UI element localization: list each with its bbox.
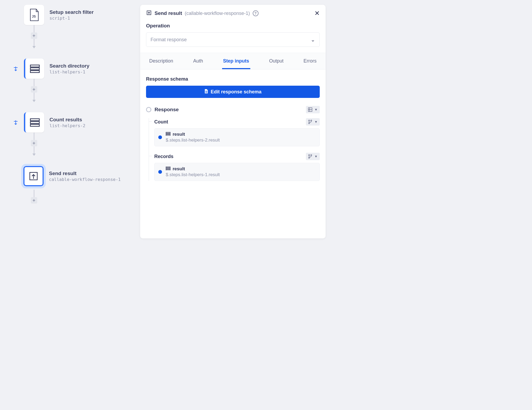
add-step-button[interactable]: +	[31, 86, 37, 93]
tab-step-inputs[interactable]: Step inputs	[222, 56, 250, 69]
svg-point-12	[309, 120, 310, 121]
connector: +	[34, 132, 34, 156]
response-type-selector[interactable]: ▼	[306, 106, 320, 113]
upload-response-icon	[28, 170, 39, 183]
help-icon[interactable]: ?	[253, 10, 259, 16]
operation-select[interactable]: Format response ⌄	[146, 32, 320, 47]
field-type-selector[interactable]: ▼	[306, 118, 320, 126]
caret-down-icon: ▼	[314, 120, 318, 124]
tab-auth[interactable]: Auth	[192, 56, 204, 69]
svg-rect-5	[30, 122, 39, 123]
tabs-bar: Description Auth Step inputs Output Erro…	[140, 53, 326, 69]
node-text: Send result callable-workflow-response-1	[49, 171, 121, 182]
list-icon	[30, 116, 40, 129]
svg-text:JS: JS	[32, 15, 36, 18]
connected-dot-icon	[158, 170, 162, 174]
panel-subtitle: (callable-workflow-response-1)	[185, 11, 250, 16]
add-step-button[interactable]: +	[31, 140, 37, 146]
node-text: Count results list-helpers-2	[49, 117, 85, 128]
close-button[interactable]: ✕	[314, 10, 320, 17]
workflow-node-setup-search-filter[interactable]: JS Setup search filter script-1	[24, 5, 94, 25]
field-label: Count	[154, 119, 168, 125]
node-title: Setup search filter	[49, 9, 94, 15]
connector: +	[34, 79, 34, 102]
edit-button-label: Edit response schema	[211, 89, 261, 95]
operation-value: Format response	[151, 37, 187, 43]
node-title: Search directory	[49, 63, 89, 69]
workflow-node-send-result[interactable]: Send result callable-workflow-response-1	[23, 166, 121, 186]
svg-rect-1	[30, 65, 39, 67]
node-text: Search directory list-helpers-1	[49, 63, 89, 74]
response-header: Response ▼	[146, 106, 320, 113]
node-text: Setup search filter script-1	[49, 9, 94, 21]
node-subtitle: list-helpers-2	[49, 123, 85, 128]
field-count-header: Count ▼	[154, 118, 320, 126]
upload-response-icon	[146, 10, 152, 17]
drag-indicator-icon	[13, 120, 18, 126]
workflow-node-count-results[interactable]: Count results list-helpers-2	[24, 112, 85, 132]
connected-dot-icon	[158, 135, 162, 139]
field-records-header: Records ▼	[154, 153, 320, 160]
svg-rect-2	[30, 68, 39, 70]
add-step-button[interactable]: +	[31, 32, 37, 39]
drag-indicator-icon	[13, 67, 18, 73]
svg-rect-17	[166, 135, 170, 136]
add-step-button[interactable]: +	[31, 197, 37, 204]
panel-header: Send result (callable-workflow-response-…	[140, 5, 326, 17]
field-records-value[interactable]: result $.steps.list-helpers-1.result	[154, 163, 320, 181]
list-icon	[30, 62, 40, 75]
tab-errors[interactable]: Errors	[302, 56, 318, 69]
svg-rect-21	[166, 167, 170, 168]
field-count-value[interactable]: result $.steps.list-helpers-2.result	[154, 128, 320, 146]
node-card-selected[interactable]	[23, 166, 44, 186]
chevron-down-icon: ⌄	[311, 36, 315, 43]
js-file-icon: JS	[29, 9, 39, 21]
node-subtitle: script-1	[49, 16, 94, 21]
svg-point-19	[311, 155, 312, 156]
value-path: $.steps.list-helpers-1.result	[166, 172, 220, 177]
response-radio[interactable]	[146, 107, 151, 112]
table-icon	[308, 107, 312, 112]
svg-point-20	[309, 157, 310, 158]
node-subtitle: list-helpers-1	[49, 69, 89, 74]
value-title: result	[173, 132, 185, 137]
node-card[interactable]	[24, 59, 44, 79]
connector: +	[34, 25, 34, 48]
svg-rect-6	[30, 124, 39, 126]
operation-label: Operation	[146, 23, 320, 29]
connector-end: +	[34, 190, 34, 204]
node-title: Send result	[49, 171, 121, 176]
node-title: Count results	[49, 117, 85, 123]
svg-rect-23	[166, 169, 170, 170]
list-icon	[166, 166, 171, 172]
response-fields: Count ▼	[149, 118, 320, 181]
value-title: result	[173, 166, 185, 172]
field-label: Records	[154, 154, 173, 159]
caret-down-icon: ▼	[314, 155, 318, 158]
svg-rect-4	[30, 119, 39, 121]
value-path: $.steps.list-helpers-2.result	[166, 138, 220, 143]
tab-output[interactable]: Output	[268, 56, 285, 69]
svg-rect-22	[166, 168, 170, 169]
panel-title: Send result	[155, 10, 182, 16]
node-card[interactable]	[24, 112, 44, 132]
workflow-node-search-directory[interactable]: Search directory list-helpers-1	[24, 59, 89, 79]
svg-rect-3	[30, 71, 39, 72]
svg-rect-15	[166, 132, 170, 133]
edit-response-schema-button[interactable]: Edit response schema	[146, 86, 320, 98]
properties-panel: Send result (callable-workflow-response-…	[140, 5, 326, 238]
workflow-canvas[interactable]: JS Setup search filter script-1 + Search…	[0, 0, 138, 253]
operation-section: Operation Format response ⌄	[140, 17, 326, 53]
node-card[interactable]: JS	[24, 5, 44, 25]
svg-point-14	[309, 123, 310, 124]
response-schema-label: Response schema	[146, 76, 320, 82]
node-subtitle: callable-workflow-response-1	[49, 177, 121, 182]
list-icon	[166, 132, 171, 137]
branch-icon	[308, 154, 312, 159]
caret-down-icon: ▼	[314, 108, 318, 111]
field-type-selector[interactable]: ▼	[306, 153, 320, 160]
tab-description[interactable]: Description	[148, 56, 174, 69]
step-inputs-content: Response schema Edit response schema Res…	[140, 69, 326, 238]
svg-point-13	[311, 120, 312, 121]
response-label: Response	[155, 107, 179, 113]
